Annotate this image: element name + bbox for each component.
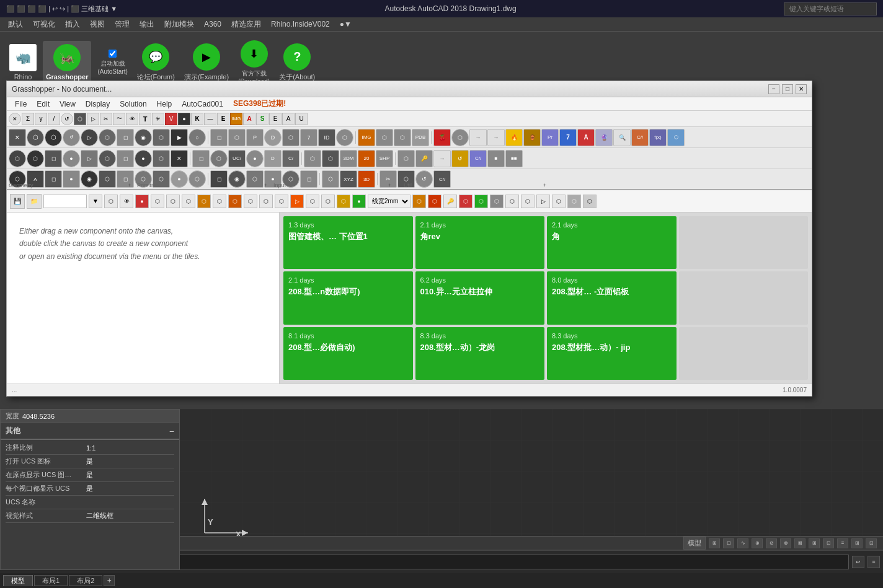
about-button[interactable]: ? 关于(About)	[276, 40, 318, 85]
gh-icon-dash[interactable]: —	[204, 113, 216, 125]
section-add-util[interactable]: +	[543, 182, 546, 188]
gh-minimize-btn[interactable]: −	[768, 84, 779, 94]
snap-btn-6[interactable]: ⊗	[780, 538, 791, 548]
prim-t3[interactable]: P	[246, 129, 264, 146]
gh-tb12[interactable]: ▷	[290, 195, 304, 208]
gh-menu-solution[interactable]: Solution	[115, 99, 151, 110]
gh-tb27[interactable]: ⬡	[567, 195, 581, 208]
gh-icon-star[interactable]: ✳	[152, 113, 164, 125]
example-button[interactable]: ▶ 演示(Example)	[181, 40, 232, 85]
gh-tb16[interactable]: ●	[352, 195, 366, 208]
menu-shuchu[interactable]: 输出	[135, 18, 159, 31]
gh-tile-6[interactable]: 8.0 days 208.型材… -立面铝板	[547, 271, 677, 324]
menu-rhino[interactable]: Rhino.InsideV002	[266, 19, 335, 30]
gh-icon-slash[interactable]: /	[48, 113, 60, 125]
gh-icon-dot2[interactable]: ●	[178, 113, 190, 125]
menu-fujia[interactable]: 附加模块	[159, 18, 199, 31]
input-t3[interactable]: ⬡	[394, 129, 411, 146]
gh-icon-wave[interactable]: 〜	[113, 113, 125, 125]
geo-t11[interactable]: ○	[189, 129, 206, 146]
prim2-t2[interactable]: ⬡	[210, 150, 228, 167]
util-t13[interactable]: f(x)	[649, 129, 667, 146]
snap-btn-2[interactable]: ⊡	[723, 538, 734, 548]
gh-tile-0[interactable]: 1.3 days 图管建模、… 下位置1	[283, 216, 413, 269]
util-t4[interactable]: →	[487, 129, 505, 146]
gh-icon-scissors[interactable]: ✂	[100, 113, 112, 125]
gh-tb10[interactable]: ⬡	[259, 195, 273, 208]
gh-tb11[interactable]: ⬡	[275, 195, 288, 208]
prim2-t1[interactable]: ◻	[192, 150, 210, 167]
gh-menu-view[interactable]: View	[55, 99, 81, 110]
input-t2[interactable]: ⬡	[376, 129, 393, 146]
gh-tb26[interactable]: ⬡	[552, 195, 566, 208]
gh-icon-loop[interactable]: ↺	[61, 113, 73, 125]
gh-icon-E2[interactable]: E	[269, 113, 282, 125]
prim-t1[interactable]: ◻	[210, 129, 228, 146]
menu-shitu[interactable]: 视图	[85, 18, 110, 31]
gh-tile-9[interactable]: 8.3 days 208.型材…动）-龙岗	[415, 327, 545, 380]
util2-t7[interactable]: ■■	[505, 150, 523, 167]
model-label[interactable]: 模型	[683, 537, 706, 550]
util-t2[interactable]: ⬡	[451, 129, 469, 146]
gh-icon-A2[interactable]: A	[282, 113, 295, 125]
prim-t8[interactable]: ⬡	[336, 129, 353, 146]
geo2-t6[interactable]: ⬡	[99, 150, 116, 167]
geo-t1[interactable]: ✕	[9, 129, 26, 146]
menu-keshihua[interactable]: 可视化	[28, 18, 60, 31]
geo2-t2[interactable]: ⬡	[27, 150, 44, 167]
gh-tb19[interactable]: 🔑	[443, 195, 457, 208]
snap-btn-11[interactable]: ⊞	[851, 538, 863, 548]
gh-menu-edit[interactable]: Edit	[32, 99, 55, 110]
prim2-t3[interactable]: UC/	[228, 150, 246, 167]
gh-icon-S-green[interactable]: S	[256, 113, 268, 125]
util-t8[interactable]: 7	[559, 129, 577, 146]
snap-btn-10[interactable]: ≡	[837, 538, 848, 548]
geo-t2[interactable]: ⬡	[27, 129, 44, 146]
section-add-geo[interactable]: +	[128, 182, 131, 188]
gh-icon-gamma[interactable]: γ	[35, 113, 47, 125]
input2-t4[interactable]: 20	[358, 150, 375, 167]
gh-zoom-down[interactable]: ▼	[89, 195, 102, 208]
util2-t3[interactable]: →	[433, 150, 451, 167]
gh-icon-K[interactable]: K	[191, 113, 203, 125]
geo2-t10[interactable]: ✕	[171, 150, 188, 167]
gh-tb17[interactable]: ⬡	[412, 195, 426, 208]
gh-tb2[interactable]: ●	[135, 195, 149, 208]
rhino-button[interactable]: 🦏 Rhino	[6, 41, 40, 84]
prim2-t5[interactable]: D	[264, 150, 282, 167]
geo2-t5[interactable]: ▷	[81, 150, 98, 167]
geo3-t10[interactable]: ●	[171, 170, 188, 188]
prim3-t3[interactable]: ⬡	[246, 170, 264, 188]
geo-t5[interactable]: ▷	[81, 129, 98, 146]
geo2-t1[interactable]: ⬡	[9, 150, 26, 167]
util-t6[interactable]: 🏺	[523, 129, 541, 146]
geo3-t4[interactable]: ●	[63, 170, 80, 188]
util-t11[interactable]: 🔍	[613, 129, 631, 146]
gh-tb14[interactable]: ⬡	[321, 195, 335, 208]
input2-t1[interactable]: ⬡	[304, 150, 321, 167]
menu-charu[interactable]: 插入	[60, 18, 85, 31]
geo-t8[interactable]: ◉	[135, 129, 152, 146]
util-t3[interactable]: →	[469, 129, 487, 146]
gh-icon-U[interactable]: U	[295, 113, 308, 125]
gh-tile-10[interactable]: 8.3 days 208.型材批…动）- jip	[547, 327, 677, 380]
gh-icon-eye[interactable]: 👁	[126, 113, 138, 125]
gh-open-btn[interactable]: 📁	[27, 194, 42, 209]
snap-btn-1[interactable]: ⊞	[709, 538, 720, 548]
geo-t6[interactable]: ⬡	[99, 129, 116, 146]
gh-icon-circle-x[interactable]: ✕	[9, 113, 21, 125]
menu-a360[interactable]: A360	[199, 19, 226, 30]
gh-tb8[interactable]: ⬡	[228, 195, 242, 208]
gh-tb7[interactable]: ⬡	[213, 195, 226, 208]
gh-icon-arrow[interactable]: ▷	[87, 113, 99, 125]
gh-icon-sigma[interactable]: Σ	[22, 113, 34, 125]
util-t5[interactable]: 🔥	[505, 129, 523, 146]
tab-layout1[interactable]: 布局1	[34, 575, 68, 586]
tab-layout2[interactable]: 布局2	[69, 575, 102, 586]
util-t9[interactable]: A	[577, 129, 595, 146]
input-t1[interactable]: IMG	[358, 129, 375, 146]
util3-t4[interactable]: C//	[433, 170, 451, 188]
geo-t3[interactable]: ⬡	[45, 129, 62, 146]
gh-tile-8[interactable]: 8.1 days 208.型…必做自动)	[283, 327, 413, 380]
prim3-t6[interactable]: ◻	[300, 170, 317, 188]
